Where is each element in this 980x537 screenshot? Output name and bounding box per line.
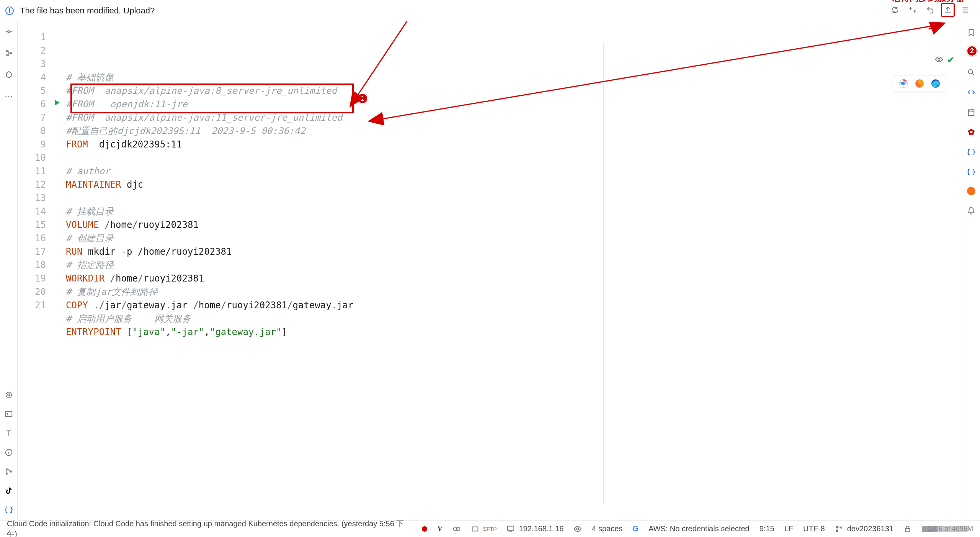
- code-line[interactable]: [66, 192, 962, 205]
- readonly-icon[interactable]: [573, 525, 582, 533]
- git-branch[interactable]: dev20236131: [835, 524, 893, 533]
- svg-point-1: [6, 51, 7, 52]
- code-line[interactable]: [66, 339, 962, 352]
- firefox-icon[interactable]: [915, 79, 924, 88]
- line-number: 5: [18, 84, 46, 98]
- sftp-status[interactable]: SFTP: [471, 525, 497, 533]
- structure-icon[interactable]: [4, 48, 14, 58]
- google-icon[interactable]: G: [632, 524, 639, 533]
- refresh-icon[interactable]: [888, 3, 902, 17]
- text-icon[interactable]: [4, 428, 14, 438]
- code-line[interactable]: # 复制jar文件到路径: [66, 285, 962, 299]
- svg-point-26: [577, 528, 579, 530]
- encoding[interactable]: UTF-8: [803, 524, 825, 533]
- code-line[interactable]: ENTRYPOINT ["java","-jar","gateway.jar"]: [66, 326, 962, 339]
- info-icon: i: [5, 7, 14, 15]
- aws-status[interactable]: AWS: No credentials selected: [648, 524, 750, 533]
- code-editor[interactable]: 123456789101112131415161718192021 # 基础镜像…: [18, 21, 962, 520]
- modified-banner: i The file has been modified. Upload? 记得…: [0, 0, 980, 21]
- svg-point-17: [938, 58, 940, 61]
- status-bar: Cloud Code initialization: Cloud Code ha…: [0, 520, 980, 537]
- svg-point-27: [836, 526, 838, 527]
- vim-icon[interactable]: V: [437, 524, 442, 533]
- huawei-icon[interactable]: ✿: [966, 127, 976, 137]
- code-line[interactable]: # 指定路径: [66, 259, 962, 272]
- code-line[interactable]: # 挂载目录: [66, 205, 962, 218]
- code-line[interactable]: VOLUME /home/ruoyi202381: [66, 218, 962, 232]
- code-line[interactable]: # author: [66, 165, 962, 178]
- chrome-icon[interactable]: [898, 79, 908, 88]
- recording-dot-icon[interactable]: [422, 526, 427, 532]
- code-line[interactable]: #FROM openjdk:11-jre: [66, 98, 962, 111]
- line-number: 19: [18, 272, 46, 285]
- more-icon[interactable]: ⋯: [4, 91, 14, 101]
- line-number: 21: [18, 299, 46, 312]
- upload-button[interactable]: [941, 3, 955, 17]
- cursor-position[interactable]: 9:15: [760, 524, 774, 533]
- line-sep[interactable]: LF: [784, 524, 793, 533]
- svg-point-8: [6, 469, 7, 470]
- code-line[interactable]: #配置自己的djcjdk202395:11 2023-9-5 00:36:42: [66, 124, 962, 138]
- browser-chips[interactable]: [893, 75, 946, 92]
- orange-dot-icon[interactable]: [967, 187, 975, 195]
- target-icon[interactable]: [4, 390, 14, 400]
- svg-point-2: [6, 55, 7, 56]
- bell-icon[interactable]: [966, 205, 976, 215]
- calendar-icon[interactable]: [966, 107, 976, 117]
- edge-icon[interactable]: [931, 79, 941, 88]
- terminal-icon[interactable]: [4, 409, 14, 419]
- svg-rect-6: [5, 412, 12, 417]
- code-line[interactable]: MAINTAINER djc: [66, 178, 962, 192]
- line-number: 2: [18, 44, 46, 57]
- eye-icon[interactable]: [935, 55, 943, 66]
- annotation-badge-1: 1: [357, 93, 368, 104]
- code-line[interactable]: # 基础镜像: [66, 71, 962, 84]
- copilot-icon[interactable]: [452, 525, 461, 533]
- code-line[interactable]: # 启动用户服务 网关服务: [66, 312, 962, 326]
- svg-point-4: [6, 392, 11, 398]
- code-line[interactable]: WORKDIR /home/ruoyi202381: [66, 272, 962, 285]
- tiktok-icon[interactable]: [4, 486, 14, 496]
- line-number: 9: [18, 138, 46, 151]
- line-number: 8: [18, 124, 46, 138]
- kubernetes-icon[interactable]: [4, 70, 14, 80]
- list-icon[interactable]: [959, 3, 972, 17]
- host-status[interactable]: 192.168.1.16: [506, 524, 564, 533]
- code-line[interactable]: #FROM anapsix/alpine-java:8_server-jre_u…: [66, 84, 962, 98]
- banner-toolbar: [888, 3, 972, 17]
- svg-rect-30: [905, 529, 910, 532]
- lock-icon[interactable]: [903, 525, 912, 533]
- info-lower-icon[interactable]: [4, 447, 14, 457]
- line-number: 1: [18, 31, 46, 44]
- diff-icon[interactable]: [906, 3, 920, 17]
- line-number: 15: [18, 218, 46, 232]
- inspection-widgets[interactable]: ✔: [935, 55, 954, 66]
- code-line[interactable]: # 创建目录: [66, 232, 962, 245]
- memory-status[interactable]: 1206 of 4096M: [922, 525, 973, 533]
- svg-rect-24: [472, 527, 478, 531]
- code-line[interactable]: COPY ./jar/gateway.jar /home/ruoyi202381…: [66, 299, 962, 312]
- svg-point-0: [8, 31, 10, 33]
- line-number: 12: [18, 178, 46, 192]
- commit-icon[interactable]: [4, 27, 14, 37]
- bracket-icon[interactable]: [4, 505, 14, 515]
- svg-point-28: [836, 530, 838, 532]
- code-line[interactable]: FROM djcjdk202395:11: [66, 138, 962, 151]
- left-tool-rail: ⋯: [0, 21, 18, 520]
- git-icon[interactable]: [4, 467, 14, 476]
- bookmark-icon[interactable]: [966, 28, 976, 38]
- code-line[interactable]: [66, 151, 962, 165]
- indent-status[interactable]: 4 spaces: [592, 524, 622, 533]
- undo-icon[interactable]: [923, 3, 937, 17]
- link2-icon[interactable]: [966, 167, 976, 177]
- line-gutter: 123456789101112131415161718192021: [18, 21, 53, 520]
- code-icon[interactable]: [966, 87, 976, 97]
- code-line[interactable]: RUN mkdir -p /home/ruoyi202381: [66, 245, 962, 259]
- svg-point-3: [10, 52, 11, 54]
- line-number: 18: [18, 259, 46, 272]
- code-line[interactable]: #FROM anapsix/alpine-java:11_server-jre_…: [66, 111, 962, 124]
- find-icon[interactable]: [966, 67, 976, 77]
- line-number: 16: [18, 232, 46, 245]
- right-tool-rail: ✿: [962, 21, 980, 520]
- link1-icon[interactable]: [966, 147, 976, 157]
